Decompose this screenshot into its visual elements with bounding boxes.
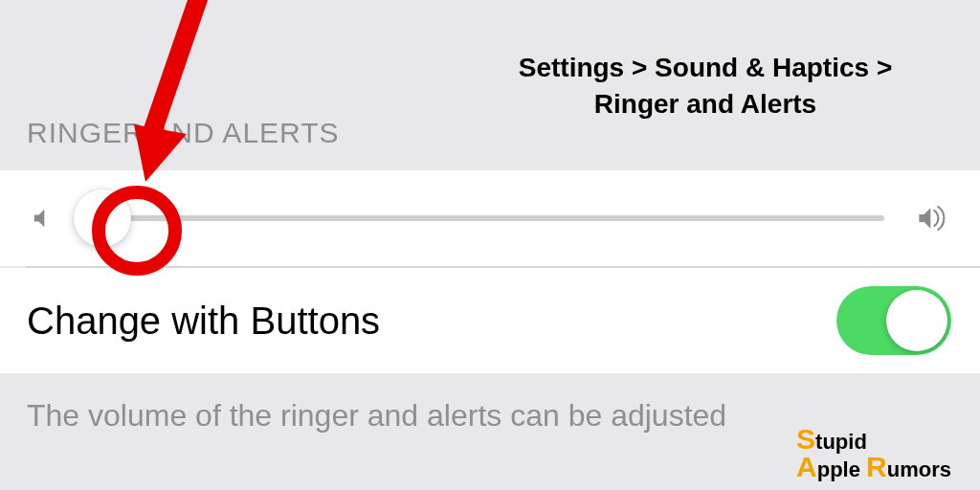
volume-slider[interactable] <box>86 215 884 221</box>
volume-slider-row <box>0 170 980 266</box>
slider-track-bg <box>86 215 884 221</box>
annotation-breadcrumb: Settings > Sound & Haptics > Ringer and … <box>488 50 923 122</box>
change-with-buttons-toggle[interactable] <box>836 286 951 355</box>
watermark-logo: Stupid Apple Rumors <box>796 426 951 480</box>
change-with-buttons-label: Change with Buttons <box>27 300 380 343</box>
volume-high-icon <box>915 203 951 234</box>
section-header-ringer-alerts: RINGER AND ALERTS <box>0 117 980 170</box>
switch-knob <box>886 290 947 351</box>
change-with-buttons-row: Change with Buttons <box>0 268 980 373</box>
volume-low-icon <box>29 205 56 232</box>
slider-thumb[interactable] <box>74 189 131 247</box>
